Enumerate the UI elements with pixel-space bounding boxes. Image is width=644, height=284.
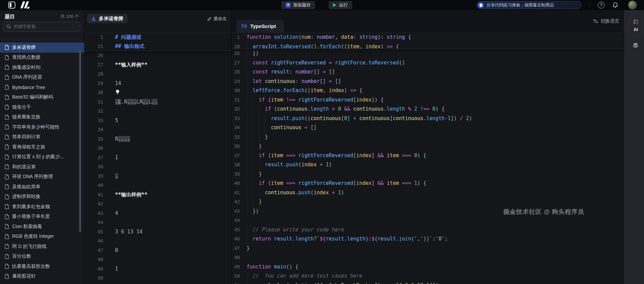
sidebar-item[interactable]: Bytedance Tree bbox=[0, 82, 84, 92]
line-number: 29 bbox=[85, 79, 103, 88]
sidebar-item[interactable]: 简单四则计算 bbox=[0, 132, 84, 142]
line-number: 46 bbox=[232, 234, 240, 244]
sidebar-toggle-icon[interactable] bbox=[8, 1, 16, 9]
markdown-editor-body[interactable]: 2627**输入样例**2829143031.L.R...LR..L..3233… bbox=[85, 51, 231, 284]
code-line: 34continuous = [] bbox=[232, 123, 623, 133]
switch-language-button[interactable]: 切换语言 bbox=[593, 18, 619, 24]
line-number: 30 bbox=[85, 88, 103, 97]
promo-banner[interactable]: 分享代码练习体验，领限量定制周边 bbox=[476, 1, 582, 9]
sidebar-item[interactable]: 及格如此简单 bbox=[0, 182, 84, 192]
code-line: 335 bbox=[85, 116, 231, 125]
line-number: 47 bbox=[232, 244, 240, 253]
run-button[interactable]: 运行 bbox=[329, 1, 352, 9]
switch-language-label: 切换语言 bbox=[600, 18, 619, 24]
sidebar-item[interactable]: 阿 D 的飞行路线 bbox=[0, 242, 84, 252]
sidebar-item[interactable]: 计算位置 x 到 y 的最少... bbox=[0, 152, 84, 162]
sidebar-item[interactable]: 环状 DNA 序列整理 bbox=[0, 172, 84, 182]
sidebar-item[interactable]: 比赛最高获胜次数 bbox=[0, 261, 84, 272]
document-icon bbox=[5, 154, 9, 160]
code-line: 453 6 13 14 bbox=[85, 227, 231, 237]
line-number: 38 bbox=[85, 162, 103, 172]
code-line: 37if (item === rightForceReversed[index]… bbox=[232, 151, 623, 161]
lightbulb-icon[interactable] bbox=[115, 89, 120, 98]
sidebar-item-label: 病毒感染时间 bbox=[12, 64, 40, 70]
code-line: 18arrayInt.toReversed().forEach((item, i… bbox=[232, 42, 623, 49]
sidebar-item[interactable]: 青海湖租车之旅 bbox=[0, 142, 84, 152]
sidebar-item[interactable]: 链表聚集交换 bbox=[0, 112, 84, 122]
code-line: 32 bbox=[85, 107, 231, 116]
ts-icon: TS bbox=[241, 24, 247, 29]
document-icon bbox=[5, 264, 9, 269]
download-arrow-icon bbox=[91, 16, 96, 21]
line-number: 40 bbox=[85, 181, 103, 190]
code-line: 38 bbox=[85, 162, 231, 172]
rename-button[interactable]: 重命名 bbox=[207, 16, 227, 22]
sidebar-item[interactable]: 和的逆运算 bbox=[0, 162, 84, 172]
code-line: 39} bbox=[232, 170, 623, 179]
line-number: 41 bbox=[232, 188, 240, 198]
sidebar-item[interactable]: Base32 编码和解码 bbox=[0, 92, 84, 103]
sidebar-item[interactable]: 病毒感染时间 bbox=[0, 62, 84, 73]
right-rail: AI bbox=[623, 10, 644, 284]
ai-assistant-button[interactable]: AI bbox=[629, 14, 642, 37]
tab-typescript[interactable]: TS TypeScript bbox=[236, 20, 284, 32]
help-icon[interactable]: ? bbox=[598, 2, 605, 8]
sidebar-item[interactable]: 最小替换子串长度 bbox=[0, 212, 84, 222]
sidebar-item[interactable]: RGB 色值转 Integer bbox=[0, 232, 84, 242]
document-icon bbox=[5, 95, 9, 100]
sidebar-item[interactable]: 进制求和转换 bbox=[0, 192, 84, 202]
topbar-divider bbox=[590, 3, 590, 7]
search-icon bbox=[6, 24, 11, 29]
code-line: 491 bbox=[85, 264, 231, 274]
debug-bug-icon[interactable] bbox=[632, 42, 639, 49]
problem-panel: 多米诺骨牌 重命名 1# 问题描述21## 输出格式 2627**输入样例**2… bbox=[84, 10, 231, 284]
sidebar-item[interactable]: 猫鱼分干 bbox=[0, 102, 84, 112]
line-number: 28 bbox=[85, 69, 103, 79]
sidebar-item[interactable]: 多米诺骨牌 bbox=[0, 42, 84, 53]
line-number: 31 bbox=[232, 95, 240, 105]
code-line: 41continuous.push(index + 1) bbox=[232, 188, 623, 198]
code-line: 40 bbox=[85, 181, 231, 190]
avatar[interactable] bbox=[628, 1, 637, 9]
code-editor-body[interactable]: 26})27const rightForceReversed = rightFo… bbox=[232, 49, 623, 284]
sidebar-item-label: 查找热点数据 bbox=[12, 54, 40, 60]
sidebar-item[interactable]: 查找热点数据 bbox=[0, 53, 84, 63]
sidebar-item-label: Base32 编码和解码 bbox=[12, 94, 53, 100]
code-line: 26}) bbox=[232, 49, 623, 58]
sidebar-divider bbox=[0, 39, 84, 40]
code-line: 47} bbox=[232, 244, 623, 253]
add-problem-button[interactable]: + 添加题目 bbox=[281, 1, 315, 9]
sidebar-item[interactable]: 字符串有多少种可能性 bbox=[0, 122, 84, 132]
code-line: 38result.push(index + 1) bbox=[232, 160, 623, 170]
code-line: 51console.log(solution(14, ".L.R...LR..L… bbox=[232, 281, 623, 284]
line-number: 21 bbox=[85, 42, 103, 51]
line-number: 44 bbox=[232, 216, 240, 225]
line-number: 48 bbox=[85, 255, 103, 264]
sidebar-item-label: 及格如此简单 bbox=[12, 184, 40, 190]
problem-name-button[interactable]: 多米诺骨牌 bbox=[87, 14, 128, 23]
sidebar-item[interactable]: 拿到最多红包金额 bbox=[0, 202, 84, 212]
code-sticky-scroll: 1function solution(num: number, data: st… bbox=[232, 33, 623, 49]
ai-label: AI bbox=[634, 27, 638, 32]
search-input[interactable]: 关键字搜索... bbox=[3, 22, 80, 32]
sidebar-item[interactable]: Cion 勒索病毒 bbox=[0, 222, 84, 232]
code-line: 33result.push((continuous[0] + continuou… bbox=[232, 114, 623, 123]
sidebar-item-label: Cion 勒索病毒 bbox=[12, 224, 42, 230]
code-line: 48 bbox=[85, 255, 231, 264]
problem-panel-header: 多米诺骨牌 重命名 bbox=[85, 10, 231, 33]
code-line: 371 bbox=[85, 153, 231, 163]
problem-markdown-editor[interactable]: 1# 问题描述21## 输出格式 2627**输入样例**2829143031.… bbox=[85, 33, 231, 284]
code-editor[interactable]: 1function solution(num: number, data: st… bbox=[232, 33, 623, 284]
code-line: 2914 bbox=[85, 79, 231, 88]
sidebar-item[interactable]: 暴雨梨花针 bbox=[0, 272, 84, 282]
sidebar-item[interactable]: DNA 序列还原 bbox=[0, 73, 84, 83]
line-number: 50 bbox=[85, 274, 103, 283]
bell-icon[interactable] bbox=[612, 2, 619, 8]
sidebar-scrollbar[interactable] bbox=[79, 50, 81, 232]
line-number: 43 bbox=[85, 209, 103, 218]
tab-label: TypeScript bbox=[250, 23, 276, 29]
line-number: 40 bbox=[232, 179, 240, 188]
document-icon bbox=[5, 234, 9, 239]
sidebar-item-label: 简单四则计算 bbox=[12, 134, 40, 140]
sidebar-item[interactable]: 百分位数 bbox=[0, 252, 84, 262]
